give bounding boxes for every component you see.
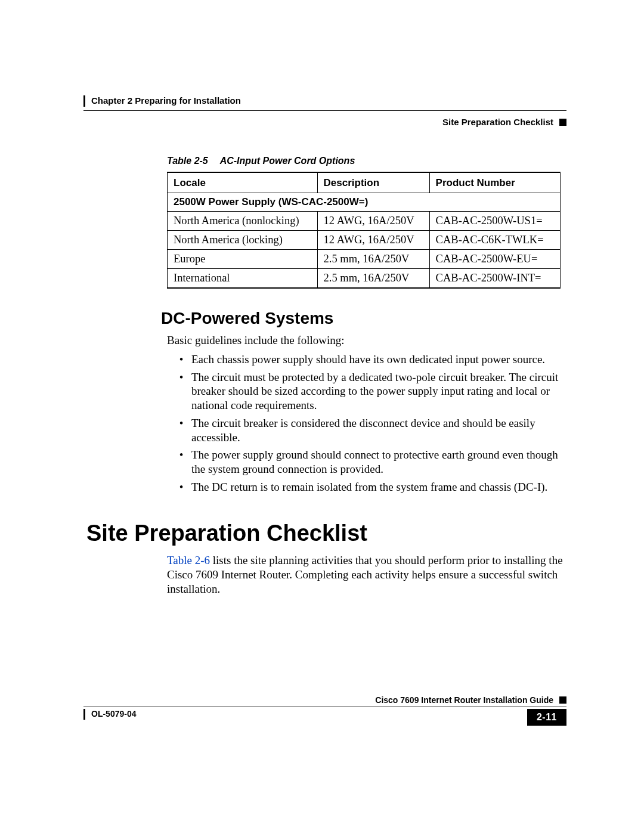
cell-pn: CAB-AC-2500W-INT= <box>429 268 560 288</box>
table-caption: Table 2-5 AC-Input Power Cord Options <box>167 155 566 167</box>
table-row: North America (nonlocking) 12 AWG, 16A/2… <box>168 211 561 230</box>
col-locale: Locale <box>168 172 318 193</box>
table-header-row: Locale Description Product Number <box>168 172 561 193</box>
footer-doc-number: OL-5079-04 <box>83 709 136 720</box>
cell-desc: 12 AWG, 16A/250V <box>317 230 429 249</box>
list-item: Each chassis power supply should have it… <box>189 352 566 367</box>
running-footer: Cisco 7609 Internet Router Installation … <box>83 695 566 726</box>
footer-rule <box>83 707 566 707</box>
table-2-6-link[interactable]: Table 2-6 <box>167 554 210 566</box>
heading-site-prep: Site Preparation Checklist <box>86 519 566 548</box>
dc-intro: Basic guidelines include the following: <box>167 333 566 348</box>
cell-locale: Europe <box>168 249 318 268</box>
list-item: The power supply ground should connect t… <box>189 448 566 476</box>
col-pn: Product Number <box>429 172 560 193</box>
table-number: Table 2-5 <box>167 156 208 166</box>
table-row: Europe 2.5 mm, 16A/250V CAB-AC-2500W-EU= <box>168 249 561 268</box>
cell-desc: 2.5 mm, 16A/250V <box>317 249 429 268</box>
running-header-section: Site Preparation Checklist <box>83 117 566 128</box>
list-item: The DC return is to remain isolated from… <box>189 480 566 494</box>
site-paragraph-rest: lists the site planning activities that … <box>167 554 563 595</box>
cell-locale: North America (nonlocking) <box>168 211 318 230</box>
table-title: AC-Input Power Cord Options <box>220 156 355 166</box>
dc-bullet-list: Each chassis power supply should have it… <box>176 352 566 494</box>
list-item: The circuit breaker is considered the di… <box>189 416 566 445</box>
footer-page-number: 2-11 <box>527 709 566 726</box>
cell-locale: International <box>168 268 318 288</box>
cell-pn: CAB-AC-2500W-EU= <box>429 249 560 268</box>
cell-pn: CAB-AC-2500W-US1= <box>429 211 560 230</box>
list-item: The circuit must be protected by a dedic… <box>189 370 566 413</box>
cell-desc: 12 AWG, 16A/250V <box>317 211 429 230</box>
cell-locale: North America (locking) <box>168 230 318 249</box>
cell-pn: CAB-AC-C6K-TWLK= <box>429 230 560 249</box>
table-row: International 2.5 mm, 16A/250V CAB-AC-25… <box>168 268 561 288</box>
table-row: North America (locking) 12 AWG, 16A/250V… <box>168 230 561 249</box>
table-subhead: 2500W Power Supply (WS-CAC-2500W=) <box>168 193 561 211</box>
site-paragraph: Table 2-6 lists the site planning activi… <box>167 553 566 596</box>
heading-dc-powered: DC-Powered Systems <box>161 308 566 329</box>
col-desc: Description <box>317 172 429 193</box>
running-header: Chapter 2 Preparing for Installation Sit… <box>83 95 566 128</box>
running-header-chapter: Chapter 2 Preparing for Installation <box>83 95 566 107</box>
cell-desc: 2.5 mm, 16A/250V <box>317 268 429 288</box>
header-rule <box>83 110 566 111</box>
table-subhead-row: 2500W Power Supply (WS-CAC-2500W=) <box>168 193 561 211</box>
power-cord-table: Locale Description Product Number 2500W … <box>167 172 561 289</box>
footer-guide-title: Cisco 7609 Internet Router Installation … <box>83 695 566 706</box>
